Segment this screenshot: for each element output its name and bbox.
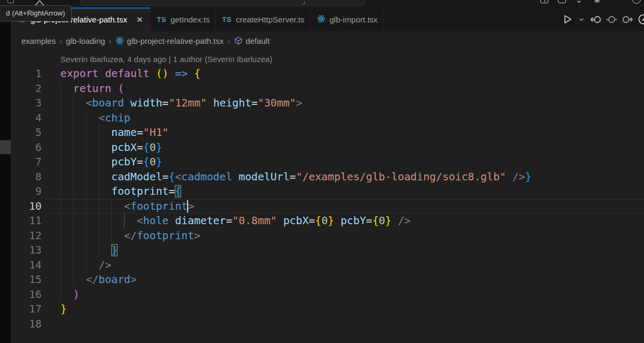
code-text: pcbX={0} [60,140,162,155]
breadcrumb-item-glb-project-relative-path-tsx[interactable]: glb-project-relative-path.tsx [115,36,224,45]
command-center-search[interactable] [80,0,365,6]
breadcrumb-label: examples [21,36,56,45]
chevron-right-icon: › [224,36,234,45]
tab-glb-import-tsx[interactable]: glb-import.tsx [311,7,384,31]
line-number[interactable]: 18 [11,317,42,332]
line-number[interactable]: 6 [11,140,42,155]
close-icon[interactable]: ✕ [135,15,145,24]
go-forward-tooltip: d (Alt+RightArrow) [0,5,72,21]
code-line[interactable]: 15 </board> [11,272,644,287]
code-text: footprint={ [60,184,181,199]
line-number[interactable]: 1 [11,66,42,81]
breadcrumb-label: glb-loading [66,36,105,45]
code-text: pcbY={0} [60,155,162,170]
sidebar-scrollbar-handle[interactable] [0,140,11,154]
code-text: ) [60,287,80,302]
layout-customize-icon[interactable]: ⌄ [576,0,584,4]
code-line[interactable]: 8 cadModel={<cadmodel modelUrl="/example… [11,170,644,185]
code-text: </footprint> [60,228,200,243]
code-line[interactable]: 18 [11,317,644,332]
chevron-right-icon: › [105,36,115,45]
code-line[interactable]: 14 /> [11,258,644,273]
code-line[interactable]: 12 </footprint> [11,228,644,243]
run-dropdown-icon[interactable] [578,16,585,23]
code-text: name="H1" [60,125,168,140]
line-number[interactable]: 8 [11,170,42,185]
line-number[interactable]: 14 [11,258,42,273]
toggle-panel-icon[interactable] [540,0,548,3]
breadcrumb-item-default[interactable]: default [234,36,270,45]
code-line[interactable]: 16 ) [11,287,644,302]
git-blame-codelens[interactable]: Severin Ibarluzea, 4 days ago | 1 author… [60,52,644,66]
tab-getindex-ts[interactable]: TSgetIndex.ts [151,7,216,31]
tab-label: glb-import.tsx [330,15,378,24]
toolbar-button-partial[interactable] [7,0,14,3]
tab-createhttpserver-ts[interactable]: TScreateHttpServer.ts [216,7,311,31]
editor-tab-bar: glb-project-relative-path.tsx✕TSgetIndex… [11,7,644,31]
chevron-right-icon: › [56,36,66,45]
nav-dot-icon[interactable] [606,14,617,25]
line-number[interactable]: 2 [11,81,42,96]
code-line[interactable]: 13 } [11,243,644,258]
code-text: <hole diameter="0.8mm" pcbX={0} pcbY={0}… [60,214,410,228]
code-text: <chip [60,111,130,126]
code-line[interactable]: 6 pcbX={0} [11,140,644,155]
line-number[interactable]: 3 [11,96,42,111]
code-line[interactable]: 11 <hole diameter="0.8mm" pcbX={0} pcbY=… [11,214,644,228]
cube-symbol-icon [234,36,243,45]
sidebar-edge [0,7,11,343]
line-number[interactable]: 16 [11,287,42,302]
code-area[interactable]: 1export default () => {2 return (3 <boar… [11,66,644,331]
react-icon [317,14,325,25]
run-button-icon[interactable] [562,14,573,25]
tab-label: createHttpServer.ts [236,15,304,24]
code-text: export default () => { [60,66,200,81]
code-text: /> [60,258,111,273]
react-icon [115,36,124,45]
line-number[interactable]: 4 [11,111,42,126]
code-line[interactable]: 9 footprint={ [11,184,644,199]
toggle-secondary-sidebar-icon[interactable] [558,0,566,3]
account-avatar-icon[interactable] [632,0,641,4]
breadcrumb-label: default [246,36,270,45]
code-line[interactable]: 1export default () => { [11,66,644,81]
line-number[interactable]: 7 [11,155,42,170]
line-number[interactable]: 11 [11,214,42,228]
code-text: return ( [60,81,124,96]
editor[interactable]: examples›glb-loading›glb-project-relativ… [11,31,644,343]
code-line[interactable]: 17} [11,302,644,317]
typescript-icon: TS [157,16,167,24]
breadcrumb-item-examples[interactable]: examples [21,36,56,45]
line-number[interactable]: 12 [11,228,42,243]
line-number[interactable]: 10 [11,199,42,214]
code-line[interactable]: 5 name="H1" [11,125,644,140]
nav-forward-icon[interactable] [622,14,633,25]
typescript-icon: TS [222,16,232,24]
code-line[interactable]: 4 <chip [11,111,644,126]
history-icon[interactable] [638,14,644,25]
code-text: <footprint> [60,199,194,214]
gear-icon[interactable]: ❋ [594,0,602,4]
editor-actions [562,7,644,31]
breadcrumb-item-glb-loading[interactable]: glb-loading [66,36,105,45]
line-number[interactable]: 13 [11,243,42,258]
text-cursor [187,200,188,212]
line-number[interactable]: 15 [11,272,42,287]
search-icon [301,1,305,4]
code-text: } [60,243,118,258]
line-number[interactable]: 5 [11,125,42,140]
code-line[interactable]: 2 return ( [11,81,644,96]
nav-back-icon[interactable] [590,14,601,25]
code-text: } [60,302,67,317]
line-number[interactable]: 9 [11,184,42,199]
line-number[interactable]: 17 [11,302,42,317]
code-line[interactable]: 3 <board width="12mm" height="30mm"> [11,96,644,111]
title-bar: ⌄ ❋ [0,0,644,7]
tab-label: getIndex.ts [170,15,210,24]
code-text: </board> [60,272,137,287]
code-text: cadModel={<cadmodel modelUrl="/examples/… [60,170,531,185]
breadcrumb: examples›glb-loading›glb-project-relativ… [11,31,644,50]
code-line[interactable]: 10 <footprint> [11,199,644,214]
code-line[interactable]: 7 pcbY={0} [11,155,644,170]
code-text: <board width="12mm" height="30mm"> [60,96,302,111]
